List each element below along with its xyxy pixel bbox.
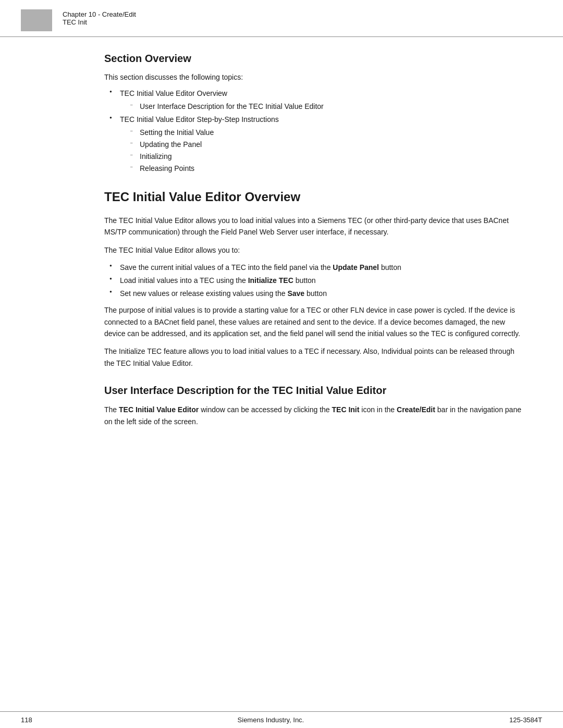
list-item: Updating the Panel bbox=[130, 139, 521, 150]
document-number: 125-3584T bbox=[509, 716, 542, 724]
ui-description-paragraph: The TEC Initial Value Editor window can … bbox=[104, 404, 521, 427]
ui-description-title: User Interface Description for the TEC I… bbox=[104, 385, 521, 397]
tec-paragraph-2: The TEC Initial Value Editor allows you … bbox=[104, 244, 521, 256]
main-content: Section Overview This section discusses … bbox=[0, 37, 563, 711]
chapter-tab bbox=[21, 9, 52, 31]
bullet-text-after: button bbox=[304, 289, 327, 298]
list-item: TEC Initial Value Editor Overview User I… bbox=[109, 88, 521, 112]
list-item: User Interface Description for the TEC I… bbox=[130, 101, 521, 112]
list-item: Set new values or release existing value… bbox=[109, 288, 521, 299]
sub-list: Setting the Initial Value Updating the P… bbox=[130, 127, 521, 174]
ui-para-bold2: TEC Init bbox=[332, 405, 360, 414]
page-number: 118 bbox=[21, 716, 32, 724]
tec-overview-title: TEC Initial Value Editor Overview bbox=[104, 190, 521, 204]
list-item: Load initial values into a TEC using the… bbox=[109, 275, 521, 286]
tec-bullets: Save the current initial values of a TEC… bbox=[109, 262, 521, 299]
bullet-text-before: Save the current initial values of a TEC… bbox=[120, 263, 333, 272]
ui-para-bold3: Create/Edit bbox=[397, 405, 435, 414]
ui-para-before: The bbox=[104, 405, 119, 414]
header-text: Chapter 10 - Create/Edit TEC Init bbox=[63, 9, 136, 26]
bullet-text-before: Load initial values into a TEC using the bbox=[120, 276, 248, 285]
section-overview-title: Section Overview bbox=[104, 53, 521, 65]
list-item: Save the current initial values of a TEC… bbox=[109, 262, 521, 273]
page-container: Chapter 10 - Create/Edit TEC Init Sectio… bbox=[0, 0, 563, 728]
section-label: TEC Init bbox=[63, 18, 136, 26]
page-header: Chapter 10 - Create/Edit TEC Init bbox=[0, 0, 563, 37]
tec-paragraph-4: The Initialize TEC feature allows you to… bbox=[104, 346, 521, 369]
section-overview-list: TEC Initial Value Editor Overview User I… bbox=[109, 88, 521, 174]
bullet-text-before: Set new values or release existing value… bbox=[120, 289, 287, 298]
sub-list: User Interface Description for the TEC I… bbox=[130, 101, 521, 112]
chapter-label: Chapter 10 - Create/Edit bbox=[63, 10, 136, 18]
ui-para-bold1: TEC Initial Value Editor bbox=[119, 405, 199, 414]
bullet-bold: Save bbox=[287, 289, 304, 298]
bullet-bold: Update Panel bbox=[333, 263, 379, 272]
page-footer: 118 Siemens Industry, Inc. 125-3584T bbox=[0, 711, 563, 728]
bullet-text-after: button bbox=[293, 276, 316, 285]
ui-para-mid: window can be accessed by clicking the bbox=[199, 405, 332, 414]
list-item: Setting the Initial Value bbox=[130, 127, 521, 138]
list-item: Initializing bbox=[130, 151, 521, 162]
list-item: Releasing Points bbox=[130, 163, 521, 174]
ui-para-after: icon in the bbox=[359, 405, 397, 414]
tec-paragraph-3: The purpose of initial values is to prov… bbox=[104, 304, 521, 339]
bullet-text-after: button bbox=[379, 263, 401, 272]
company-name: Siemens Industry, Inc. bbox=[238, 716, 304, 724]
bullet-bold: Initialize TEC bbox=[248, 276, 293, 285]
list-item: TEC Initial Value Editor Step-by-Step In… bbox=[109, 114, 521, 174]
tec-paragraph-1: The TEC Initial Value Editor allows you … bbox=[104, 215, 521, 238]
section-overview-intro: This section discusses the following top… bbox=[104, 72, 521, 83]
